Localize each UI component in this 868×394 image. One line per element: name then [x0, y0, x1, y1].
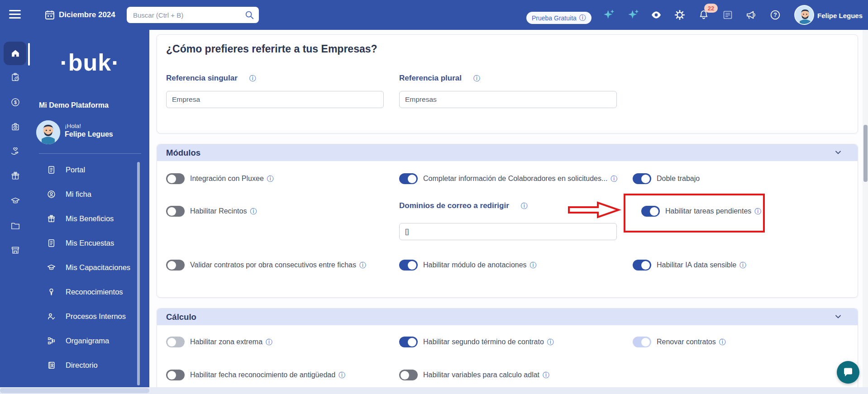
- sidebar: ·buk· Mi Demo Plataforma ¡Hola! Felipe L…: [30, 30, 149, 387]
- info-icon[interactable]: ⓘ: [521, 202, 528, 210]
- vertical-scrollbar-track[interactable]: [863, 30, 868, 387]
- toggle[interactable]: [399, 173, 418, 184]
- sidebar-item-label: Procesos Internos: [66, 312, 126, 321]
- help-icon[interactable]: ?: [770, 9, 781, 20]
- toggle-doble-trabajo: Doble trabajo: [633, 173, 700, 184]
- eye-icon[interactable]: [651, 9, 662, 20]
- info-icon[interactable]: ⓘ: [339, 371, 345, 380]
- info-icon[interactable]: ⓘ: [473, 74, 480, 83]
- hamburger-menu-icon[interactable]: [9, 10, 21, 20]
- sidebar-item-mis-encuestas[interactable]: Mis Encuestas: [30, 231, 149, 255]
- person-circle-icon: [47, 190, 56, 199]
- sidebar-item-portal[interactable]: Portal: [30, 157, 149, 182]
- horizontal-scrollbar-track[interactable]: [0, 387, 868, 394]
- redirect-domains-input[interactable]: [399, 223, 617, 240]
- toggle-renovar-contratos: Renovar contratosⓘ: [633, 337, 726, 347]
- folder-icon[interactable]: [0, 214, 30, 237]
- sidebar-item-label: Mis Beneficios: [66, 214, 114, 223]
- clipboard-clock-icon[interactable]: [0, 66, 30, 89]
- modules-card: Módulos Integración con Pluxeeⓘ Completa…: [157, 144, 858, 298]
- graduation-cap-icon[interactable]: [0, 189, 30, 213]
- toggle[interactable]: [166, 206, 185, 217]
- chat-bubble-button[interactable]: [837, 361, 859, 384]
- info-icon[interactable]: ⓘ: [543, 371, 549, 380]
- sidebar-item-directorio[interactable]: Directorio: [30, 353, 149, 377]
- info-icon[interactable]: ⓘ: [266, 338, 272, 347]
- section-title: ¿Cómo prefieres referirte a tus Empresas…: [166, 43, 377, 55]
- info-icon[interactable]: ⓘ: [547, 338, 554, 347]
- info-icon[interactable]: ⓘ: [719, 338, 726, 347]
- sidebar-item-reconocimientos[interactable]: Reconocimientos: [30, 280, 149, 304]
- gift-icon: [47, 214, 56, 223]
- modules-header[interactable]: Módulos: [157, 144, 858, 161]
- sidebar-item-label: Mis Capacitaciones: [66, 263, 130, 272]
- horizontal-scrollbar-thumb[interactable]: [0, 388, 149, 393]
- toggle-completar-informacion: Completar información de Colaboradores e…: [399, 173, 617, 184]
- info-icon[interactable]: ⓘ: [610, 175, 617, 183]
- toggle[interactable]: [399, 337, 418, 347]
- toggle[interactable]: [399, 260, 418, 271]
- info-icon[interactable]: ⓘ: [359, 261, 366, 270]
- domain-field-label: Dominios de correo a redirigirⓘ: [399, 201, 528, 210]
- bag-clock-icon[interactable]: [0, 115, 30, 138]
- toggle[interactable]: [399, 370, 418, 380]
- megaphone-icon[interactable]: [746, 9, 757, 20]
- vertical-scrollbar-thumb[interactable]: [863, 125, 868, 182]
- home-icon[interactable]: [0, 42, 30, 65]
- toggle[interactable]: [641, 206, 660, 217]
- sidebar-item-procesos-internos[interactable]: Procesos Internos: [30, 304, 149, 328]
- gear-icon[interactable]: [674, 9, 685, 20]
- search-input[interactable]: [133, 7, 242, 23]
- hand-heart-icon[interactable]: [0, 140, 30, 163]
- news-icon[interactable]: [722, 9, 733, 20]
- info-icon[interactable]: ⓘ: [250, 207, 257, 216]
- toggle[interactable]: [166, 370, 185, 380]
- sidebar-menu: Portal Mi ficha Mis Beneficios Mis Encue…: [30, 157, 149, 377]
- toggle-zona-extrema: Habilitar zona extremaⓘ: [166, 337, 272, 347]
- sparkle-icon[interactable]: [627, 9, 640, 21]
- trial-badge-label: Prueba Gratuita: [532, 14, 577, 22]
- search-icon[interactable]: [244, 10, 254, 20]
- storefront-icon[interactable]: [0, 238, 30, 262]
- toggle[interactable]: [166, 173, 185, 184]
- info-icon[interactable]: ⓘ: [530, 261, 537, 270]
- sidebar-item-label: Directorio: [66, 361, 98, 370]
- user-avatar[interactable]: [794, 5, 814, 25]
- singular-reference-input[interactable]: [166, 91, 384, 108]
- chat-icon: [843, 367, 854, 378]
- svg-text:$: $: [14, 100, 17, 105]
- greeting: ¡Hola!: [65, 123, 81, 129]
- sidebar-item-organigrama[interactable]: Organigrama: [30, 328, 149, 353]
- notification-badge[interactable]: 22: [704, 4, 718, 13]
- info-icon[interactable]: ⓘ: [249, 74, 256, 83]
- gift-icon[interactable]: [0, 164, 30, 188]
- trial-badge[interactable]: Prueba Gratuita ⓘ: [526, 12, 591, 24]
- toggle-fecha-reconocimiento: Habilitar fecha reconocimiento de antigü…: [166, 370, 345, 380]
- toggle[interactable]: [633, 260, 651, 271]
- coin-icon[interactable]: $: [0, 90, 30, 114]
- info-icon[interactable]: ⓘ: [267, 175, 274, 183]
- period-selector[interactable]: Diciembre 2024: [59, 10, 115, 19]
- sidebar-scrollbar[interactable]: [137, 162, 140, 385]
- search-box: [127, 7, 259, 23]
- chevron-down-icon[interactable]: [834, 148, 842, 157]
- user-name[interactable]: Felipe Legues: [817, 12, 863, 19]
- calendar-icon: [44, 9, 55, 20]
- chevron-down-icon[interactable]: [834, 313, 842, 321]
- info-icon[interactable]: ⓘ: [754, 207, 761, 216]
- plural-reference-input[interactable]: [399, 91, 617, 108]
- sidebar-avatar[interactable]: [36, 120, 60, 144]
- toggle[interactable]: [166, 337, 185, 347]
- toggle[interactable]: [166, 260, 185, 271]
- field-label: Referencia singularⓘ: [166, 74, 256, 83]
- toggle-integracion-pluxee: Integración con Pluxeeⓘ: [166, 173, 274, 184]
- sidebar-item-mi-ficha[interactable]: Mi ficha: [30, 182, 149, 206]
- toggle[interactable]: [633, 337, 651, 347]
- info-icon[interactable]: ⓘ: [739, 261, 746, 270]
- toggle-segundo-termino: Habilitar segundo término de contratoⓘ: [399, 337, 554, 347]
- sidebar-item-mis-capacitaciones[interactable]: Mis Capacitaciones: [30, 255, 149, 280]
- calculo-header[interactable]: Cálculo: [157, 309, 858, 325]
- toggle[interactable]: [633, 173, 651, 184]
- sidebar-item-mis-beneficios[interactable]: Mis Beneficios: [30, 206, 149, 231]
- sparkle-icon[interactable]: [603, 9, 615, 21]
